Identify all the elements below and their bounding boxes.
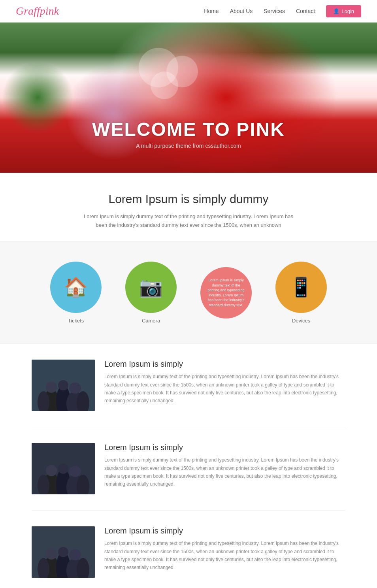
article-2-body: Lorem Ipsum is simply dummy text of the …: [104, 456, 345, 488]
icon-item-tickets: 🏠 Tickets: [50, 262, 102, 324]
icon-circle-camera[interactable]: 📷: [125, 262, 177, 313]
intro-body: Lorem Ipsum is simply dummy text of the …: [78, 212, 299, 230]
article-1-image: [32, 360, 95, 411]
camera-label: Camera: [142, 318, 160, 324]
article-1-illustration: [32, 360, 95, 411]
nav-about[interactable]: About Us: [230, 8, 253, 14]
header: Graffpink Home About Us Services Contact…: [0, 0, 377, 23]
tickets-label: Tickets: [68, 318, 84, 324]
icon-circle-devices[interactable]: 📱: [275, 262, 327, 313]
hero-text: WELCOME TO PINK A multi purpose theme fr…: [92, 119, 285, 149]
article-2-img-inner: [32, 443, 95, 494]
svg-point-15: [69, 466, 81, 477]
main-nav: Home About Us Services Contact 👤 Login: [204, 5, 361, 17]
tickets-icon: 🏠: [64, 276, 88, 298]
article-3-body: Lorem Ipsum is simply dummy text of the …: [104, 539, 345, 572]
svg-point-22: [46, 548, 57, 560]
hero-section: WELCOME TO PINK A multi purpose theme fr…: [0, 23, 377, 173]
article-1: Lorem Ipsum is simply Lorem Ipsum is sim…: [32, 360, 345, 427]
svg-point-23: [58, 547, 68, 557]
svg-point-13: [46, 465, 57, 476]
nav-services[interactable]: Services: [264, 8, 285, 14]
hover-tooltip: Lorem Ipsum is simply dummy text of the …: [200, 267, 252, 318]
article-3: Lorem Ipsum is simply Lorem Ipsum is sim…: [32, 526, 345, 588]
icon-circle-tickets[interactable]: 🏠: [50, 262, 102, 313]
article-2: Lorem Ipsum is simply Lorem Ipsum is sim…: [32, 443, 345, 511]
icon-circle-hover[interactable]: Lorem Ipsum is simply dummy text of the …: [200, 267, 252, 318]
article-3-content: Lorem Ipsum is simply Lorem Ipsum is sim…: [104, 526, 345, 578]
nav-home[interactable]: Home: [204, 8, 219, 14]
article-3-image: [32, 526, 95, 578]
icon-item-camera: 📷 Camera: [125, 262, 177, 324]
devices-icon: 📱: [289, 276, 313, 298]
hero-background: [0, 23, 377, 173]
svg-point-5: [58, 380, 68, 390]
icons-section: 🏠 Tickets 📷 Camera Lorem Ipsum is simply…: [0, 241, 377, 344]
nav-contact[interactable]: Contact: [296, 8, 315, 14]
articles-section: Lorem Ipsum is simply Lorem Ipsum is sim…: [0, 344, 377, 588]
hero-title: WELCOME TO PINK: [92, 119, 285, 140]
svg-point-4: [46, 382, 57, 393]
hero-circle-3: [151, 72, 178, 99]
article-2-image: [32, 443, 95, 494]
logo-accent: pink: [40, 5, 59, 17]
camera-icon: 📷: [139, 276, 163, 298]
article-1-content: Lorem Ipsum is simply Lorem Ipsum is sim…: [104, 360, 345, 411]
user-icon: 👤: [333, 8, 339, 14]
article-3-img-inner: [32, 526, 95, 578]
icon-item-devices: 📱 Devices: [275, 262, 327, 324]
intro-heading: Lorem Ipsum is simply dummy: [40, 192, 337, 206]
login-button[interactable]: 👤 Login: [326, 5, 361, 17]
article-2-title: Lorem Ipsum is simply: [104, 443, 345, 452]
icon-item-hover: Lorem Ipsum is simply dummy text of the …: [200, 267, 252, 318]
article-3-illustration: [32, 526, 95, 578]
svg-point-6: [69, 383, 81, 394]
article-3-title: Lorem Ipsum is simply: [104, 526, 345, 535]
logo-text: Graff: [16, 5, 40, 17]
logo: Graffpink: [16, 5, 59, 17]
devices-label: Devices: [292, 318, 310, 324]
svg-point-24: [69, 549, 81, 560]
intro-section: Lorem Ipsum is simply dummy Lorem Ipsum …: [0, 173, 377, 241]
login-label: Login: [341, 8, 354, 14]
article-2-content: Lorem Ipsum is simply Lorem Ipsum is sim…: [104, 443, 345, 494]
svg-point-14: [58, 464, 68, 474]
article-1-img-inner: [32, 360, 95, 411]
article-1-title: Lorem Ipsum is simply: [104, 360, 345, 369]
article-1-body: Lorem Ipsum is simply dummy text of the …: [104, 373, 345, 405]
article-2-illustration: [32, 443, 95, 494]
hero-subtitle: A multi purpose theme from cssauthor.com: [92, 143, 285, 149]
